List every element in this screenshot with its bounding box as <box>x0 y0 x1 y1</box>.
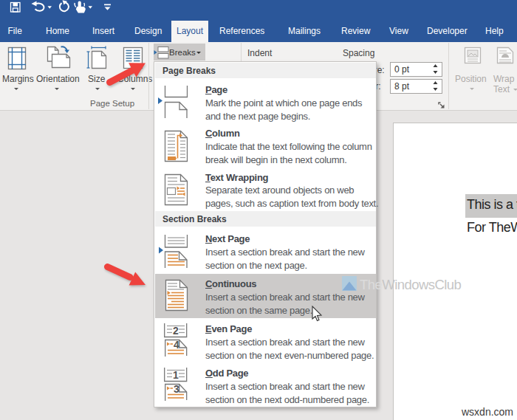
svg-text:2: 2 <box>173 325 179 337</box>
svg-text:4: 4 <box>174 339 179 351</box>
svg-text:3: 3 <box>174 383 179 395</box>
svg-text:1: 1 <box>173 369 179 381</box>
